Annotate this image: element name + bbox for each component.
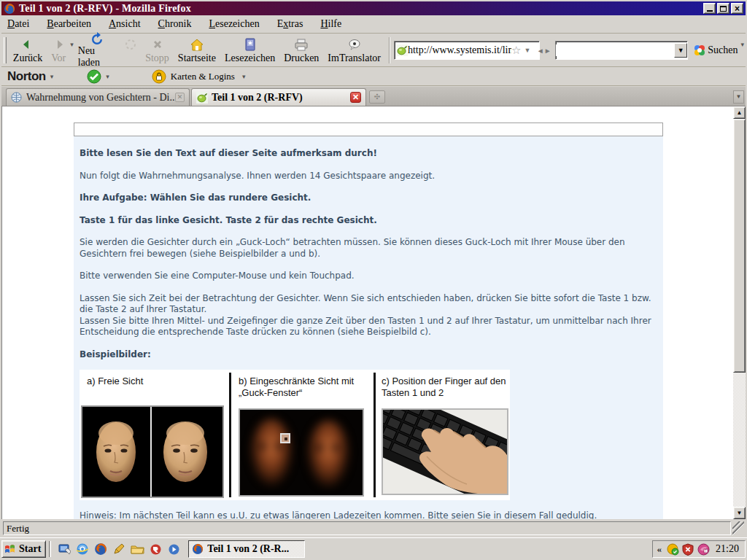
translator-tray-icon[interactable]: T [697, 543, 709, 555]
url-bar[interactable]: ☆ ▼ [394, 41, 540, 60]
window-titlebar[interactable]: Teil 1 von 2 (R-RFV) - Mozilla Firefox × [1, 1, 746, 15]
norton-tray-icon[interactable] [667, 543, 678, 555]
example-c-keyboard-image [382, 408, 508, 495]
instruction-heading: Bitte lesen Sie den Text auf dieser Seit… [80, 148, 659, 160]
system-tray: « T 21:20 [652, 540, 746, 558]
home-button[interactable]: Startseite [174, 35, 220, 66]
vertical-scrollbar[interactable]: ▲ ▼ [733, 106, 746, 519]
scroll-up-button[interactable]: ▲ [733, 106, 746, 119]
tab1-close-icon[interactable]: ✕ [175, 93, 185, 102]
tab1-title: Wahrnehmung von Gesichtern - Di... [26, 92, 175, 104]
stop-button[interactable]: Stopp [141, 35, 174, 66]
status-bar: Fertig [1, 519, 746, 537]
vault-lock-icon [152, 69, 166, 84]
task-heading: Ihre Aufgabe: Wählen Sie das rundere Ges… [80, 192, 659, 204]
example-images-figure: a) Freie Sicht b) Eingeschränkte Sicht m… [80, 370, 510, 500]
menu-chronik[interactable]: Chronik [158, 18, 192, 30]
figure-divider [374, 373, 376, 497]
back-button[interactable]: Zurück [9, 35, 47, 66]
toolbar-grippy[interactable] [4, 37, 7, 63]
forward-button[interactable]: Vor [47, 35, 70, 66]
url-input[interactable] [408, 44, 511, 56]
search-history-dropdown[interactable]: ▼ [674, 43, 687, 58]
menu-extras[interactable]: Extras [277, 18, 303, 30]
reload-button[interactable]: Neu laden [74, 35, 120, 66]
menu-datei[interactable]: Datei [7, 18, 29, 30]
bookmarks-book-icon [244, 36, 256, 52]
security-alert-shield-icon[interactable] [682, 543, 694, 555]
quick-launch-bar [54, 542, 184, 556]
imtranslator-button[interactable]: ImTranslator [323, 35, 385, 66]
tray-expand-chevron[interactable]: « [657, 543, 662, 555]
maximize-button[interactable] [717, 3, 729, 14]
url-dropdown-caret[interactable]: ▼ [524, 47, 530, 54]
search-bar[interactable]: ▼ [555, 41, 688, 60]
paragraph-fingers: Lassen Sie bitte Ihren Mittel- und Zeige… [80, 316, 659, 338]
close-button[interactable]: × [731, 3, 743, 14]
list-all-tabs-button[interactable]: ▼ [733, 90, 744, 104]
speech-bubble-icon [348, 36, 361, 52]
search-input[interactable] [556, 44, 674, 56]
scroll-down-button[interactable]: ▼ [733, 507, 746, 519]
home-icon [190, 36, 204, 52]
bookmarks-button[interactable]: Lesezeichen [220, 35, 279, 66]
survey-body: Bitte lesen Sie den Text auf dieser Seit… [74, 136, 663, 519]
figure-divider [229, 373, 231, 497]
windows-logo-icon [4, 543, 16, 555]
print-button[interactable]: Drucken [279, 35, 323, 66]
folder-icon[interactable] [130, 542, 144, 556]
forward-arrow-icon [52, 36, 65, 52]
svg-text:T: T [705, 549, 707, 553]
menu-bearbeiten[interactable]: Bearbeiten [47, 18, 91, 30]
peephole-window [280, 433, 290, 443]
media-player-icon[interactable] [166, 542, 181, 556]
pen-tool-icon[interactable] [112, 542, 126, 556]
tab-wahrnehmung[interactable]: Wahrnehmung von Gesichtern - Di... ✕ [6, 88, 190, 106]
back-arrow-icon [21, 36, 34, 52]
bookmark-star-icon[interactable]: ☆ [511, 44, 521, 57]
survey-page: Bitte lesen Sie den Text auf dieser Seit… [2, 106, 734, 519]
new-tab-button[interactable]: ✣ [369, 90, 385, 104]
toolbar-splitter-handle[interactable]: ◄► [541, 41, 546, 60]
survey-header-bar [74, 122, 663, 136]
search-engine-caret[interactable]: ▾ [740, 41, 744, 48]
example-b-label: b) Eingeschränkte Sicht mit „Guck-Fenste… [239, 376, 366, 399]
example-c-label: c) Position der Finger auf den Tasten 1 … [382, 376, 507, 399]
norton-vault-button[interactable]: Karten & Logins ▾ [152, 69, 250, 84]
examples-heading: Beispielbilder: [80, 349, 659, 361]
start-button[interactable]: Start [1, 540, 46, 558]
paragraph-guckloch: Sie werden die Gesichter durch ein „Guck… [80, 237, 659, 260]
norton-menu-button[interactable]: Norton ▾ [7, 69, 58, 84]
realplayer-icon[interactable] [148, 542, 163, 556]
taskbar-separator [49, 541, 51, 557]
menu-hilfe[interactable]: Hilfe [320, 18, 341, 30]
tab-teil1-active[interactable]: Teil 1 von 2 (R-RFV) ✕ [191, 88, 366, 106]
resize-grip[interactable] [732, 521, 744, 535]
task-button-firefox[interactable]: Teil 1 von 2 (R-R... [188, 540, 305, 558]
norton-safety-button[interactable]: ▾ [87, 69, 114, 84]
tray-clock: 21:20 [716, 543, 739, 555]
minimize-button[interactable] [703, 3, 716, 14]
firefox-app-icon [4, 3, 15, 15]
stop-x-icon [152, 36, 163, 52]
paragraph-time: Lassen Sie sich Zeit bei der Betrachtung… [80, 293, 659, 316]
reload-icon [90, 32, 104, 45]
task-firefox-icon [192, 543, 204, 555]
search-go-button[interactable]: Suchen [708, 44, 738, 56]
printer-icon [294, 36, 309, 52]
example-a-faces-image [81, 405, 224, 498]
browser-viewport: Bitte lesen Sie den Text auf dieser Seit… [1, 106, 746, 519]
tab2-close-icon[interactable]: ✕ [350, 92, 361, 103]
desktop-screen: Teil 1 von 2 (R-RFV) - Mozilla Firefox ×… [0, 0, 747, 560]
menu-ansicht[interactable]: Ansicht [109, 18, 141, 30]
menu-lesezeichen[interactable]: Lesezeichen [209, 18, 259, 30]
toolbar-separator [389, 37, 390, 63]
internet-explorer-icon[interactable] [75, 542, 90, 556]
scrollbar-thumb[interactable] [733, 119, 746, 373]
throbber-placeholder [120, 35, 141, 66]
show-desktop-icon[interactable] [57, 542, 71, 556]
blurred-right-face [307, 420, 349, 487]
left-face-image [82, 407, 152, 497]
task-button-label: Teil 1 von 2 (R-R... [207, 543, 289, 555]
firefox-quicklaunch-icon[interactable] [93, 542, 108, 556]
